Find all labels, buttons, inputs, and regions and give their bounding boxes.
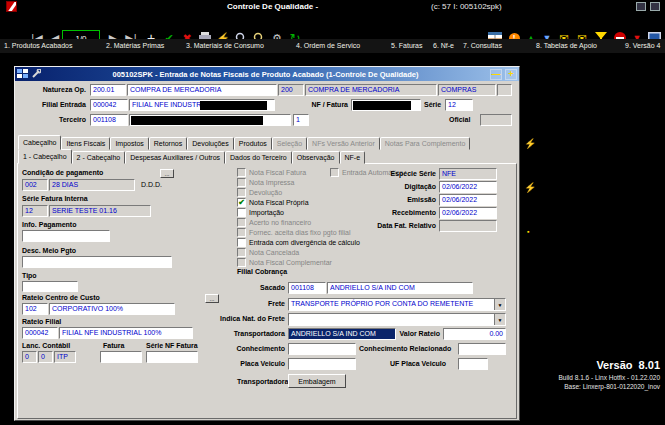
especie-serie-field: NFE — [439, 168, 497, 180]
serie-nf-fatura-label: Série NF Fatura — [146, 342, 198, 349]
checkbox-entrada-automatica — [330, 168, 339, 177]
side-shortcut-icon-1[interactable]: ⚡ — [524, 138, 536, 149]
checkbox-nota-complementar — [237, 258, 246, 267]
digitacao-field[interactable]: 02/06/2022 — [439, 181, 497, 193]
natureza-code2-field: 200 — [278, 84, 304, 96]
menu-faturas[interactable]: 5. Faturas — [391, 42, 423, 49]
natureza-code-field[interactable]: 200.01 — [90, 84, 126, 96]
menu-produtos-acabados[interactable]: 1. Produtos Acabados — [4, 42, 73, 49]
tab-nfe-sub[interactable]: NF-e — [340, 151, 366, 164]
rateio-cc-label: Rateio Centro de Custo — [22, 294, 100, 301]
conhecimento-field[interactable] — [288, 343, 356, 355]
tab-1-cabecalho[interactable]: 1 - Cabeçalho — [18, 149, 72, 164]
tipo-field[interactable] — [22, 281, 78, 292]
filial-code-field[interactable]: 000042 — [90, 99, 128, 111]
valor-rateio-field[interactable]: 0.00 — [443, 328, 506, 340]
tab-cabecalho[interactable]: Cabeçalho — [18, 135, 61, 150]
menu-ordem-servico[interactable]: 4. Ordem de Servico — [296, 42, 360, 49]
chevron-down-icon[interactable]: ▼ — [494, 314, 505, 325]
recebimento-field[interactable]: 02/06/2022 — [439, 207, 497, 219]
nf-fatura-label: NF / Fatura — [298, 101, 348, 108]
placa-veiculo-field[interactable] — [288, 358, 356, 370]
uf-placa-veiculo-field[interactable] — [458, 358, 488, 370]
lanc-contabil-field-3: ITP — [54, 351, 76, 363]
tab-2-cabecalho[interactable]: 2 - Cabeçalho — [72, 151, 126, 164]
filial-cobranca-label: Filial Cobrança — [237, 268, 287, 275]
checkbox-label: Nota Impressa — [249, 179, 295, 186]
version-build: Build 8.1.6 - Linx Hotfix - 01.22.020 — [500, 374, 660, 381]
terceiro-label: Terceiro — [22, 116, 86, 123]
rateio-cc-desc-field[interactable]: CORPORATIVO 100% — [49, 303, 175, 315]
serie-field[interactable]: 12 — [445, 99, 473, 111]
menu-consultas[interactable]: 7. Consultas — [463, 42, 502, 49]
redacted-value — [353, 101, 411, 110]
terceiro-code-field[interactable]: 001108 — [90, 114, 128, 126]
rateio-cc-browse-button[interactable]: ... — [205, 294, 219, 303]
serie-nf-fatura-field[interactable] — [146, 351, 198, 363]
app-titlebar: Controle De Qualidade - (c: 57 I: 005102… — [0, 0, 665, 13]
checkbox-nota-impressa — [237, 178, 246, 187]
sacado-code-field[interactable]: 001108 — [288, 282, 326, 294]
digitacao-label: Digitação — [356, 183, 436, 190]
uf-placa-veiculo-label: UF Placa Veiculo — [390, 360, 446, 367]
cond-pagamento-code-field: 002 — [22, 179, 48, 191]
serie-fatura-label: Série Fatura Interna — [22, 195, 88, 202]
menu-tabelas-apoio[interactable]: 8. Tabelas de Apoio — [536, 42, 597, 49]
desc-meio-pgto-field[interactable] — [22, 256, 172, 268]
transportadora-field[interactable]: ANDRIELLO S/A IND COM — [288, 328, 396, 340]
checkbox-label: Acerto no financeiro — [249, 219, 311, 226]
especie-serie-label: Espécie Série — [356, 170, 436, 177]
emissao-field[interactable]: 02/06/2022 — [439, 194, 497, 206]
checkbox-label: Nota Fiscal Fatura — [249, 169, 306, 176]
conhecimento-relacionado-field[interactable] — [458, 343, 506, 355]
side-shortcut-icon-3[interactable]: ▪ — [527, 228, 529, 235]
menu-versao[interactable]: 9. Versão 4 — [625, 42, 660, 49]
checkbox-divergencia-calculo[interactable] — [237, 238, 246, 247]
minimize-icon[interactable]: — — [490, 69, 502, 80]
maximize-icon[interactable]: + — [505, 69, 517, 80]
lanc-contabil-label: Lanc. Contábil — [22, 342, 70, 349]
data-fat-relativo-label: Data Fat. Relativo — [356, 222, 436, 229]
tab-dados-terceiro[interactable]: Dados do Terceiro — [225, 151, 292, 164]
tab-despesas-auxiliares[interactable]: Despesas Auxiliares / Outros — [125, 151, 225, 164]
emissao-label: Emissão — [356, 196, 436, 203]
fatura-field[interactable] — [100, 351, 142, 363]
tab-notas-para-complemento: Notas Para Complemento — [380, 137, 471, 150]
rateio-filial-desc-field[interactable]: FILIAL NFE INDUSTRIAL 100% — [59, 327, 193, 339]
rateio-filial-code-field[interactable]: 000042 — [22, 327, 58, 339]
wrench-icon — [31, 65, 41, 83]
tab-observacao[interactable]: Observação — [292, 151, 340, 164]
embalagem-button[interactable]: Embalagem — [288, 374, 346, 388]
oficial-label: Oficial — [449, 116, 470, 123]
window-button-icon[interactable] — [650, 2, 660, 11]
menu-materias-primas[interactable]: 2. Matérias Primas — [106, 42, 164, 49]
menu-materiais-consumo[interactable]: 3. Materiais de Consumo — [186, 42, 264, 49]
checkbox-fornec-dias-fixo — [237, 228, 246, 237]
info-pagamento-field[interactable] — [22, 230, 110, 242]
cond-pagamento-note: D.D.D. — [141, 181, 162, 188]
rateio-cc-code-field[interactable]: 102 — [22, 303, 48, 315]
checkbox-label: Nota Fiscal Complementar — [249, 259, 332, 266]
app-title: Controle De Qualidade - — [227, 2, 318, 11]
cond-pagamento-browse-button[interactable]: ... — [160, 169, 174, 178]
frete-select[interactable]: TRANSPORTE PRÓPRIO POR CONTA DO REMETENT… — [288, 298, 506, 311]
indica-nat-frete-select[interactable]: ▼ — [288, 313, 506, 326]
checkbox-acerto-financeiro — [237, 218, 246, 227]
window-button-icon[interactable] — [636, 2, 646, 11]
cond-pagamento-label: Condição de pagamento — [22, 169, 103, 176]
filial-entrada-label: Filial Entrada — [22, 101, 86, 108]
side-shortcut-icon-2[interactable]: ⚡ — [524, 182, 536, 193]
chevron-down-icon[interactable]: ▼ — [494, 299, 505, 310]
checkbox-nota-cancelada — [237, 248, 246, 257]
natureza-desc2-field: COMPRA DE MERCADORIA — [305, 84, 437, 96]
desc-meio-pgto-label: Desc. Meio Pgto — [22, 247, 76, 254]
lanc-contabil-field-2: 0 — [38, 351, 53, 363]
terceiro-seq-field[interactable]: 1 — [293, 114, 309, 126]
menu-nfe[interactable]: 6. Nf-e — [433, 42, 454, 49]
session-info: (c: 57 I: 005102spk) — [431, 2, 502, 11]
natureza-desc-field[interactable]: COMPRA DE MERCADORIA — [127, 84, 277, 96]
sacado-desc-field[interactable]: ANDRIELLO S/A IND COM — [327, 282, 473, 294]
checkbox-nota-fiscal-propria[interactable]: ✔ — [237, 198, 246, 207]
checkbox-importacao[interactable] — [237, 208, 246, 217]
checkbox-label: Nota Cancelada — [249, 249, 299, 256]
